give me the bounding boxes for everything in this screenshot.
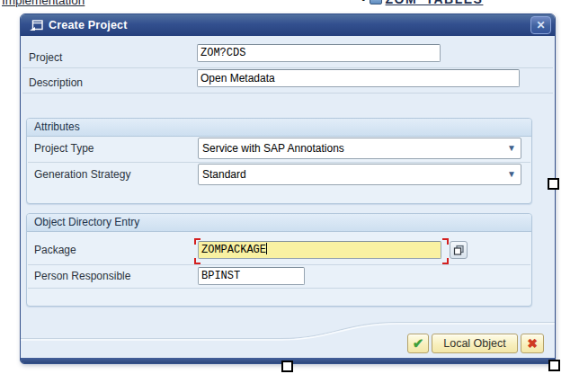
description-label: Description [29,76,83,89]
project-type-dropdown[interactable]: Service with SAP Annotations ▼ [198,138,521,159]
modal-dialog-icon [29,20,43,31]
object-directory-group-header: Object Directory Entry [27,214,531,232]
chevron-down-icon: ▼ [507,165,516,184]
confirm-button[interactable]: ✔ [407,334,429,353]
description-input[interactable]: Open Metadata [197,69,520,87]
bullet-icon: • [361,0,366,6]
background-app-strip: Implementation • ZOM_TABLES [0,0,588,13]
background-tree-item-implementation: Implementation [2,0,85,7]
selection-handle-right[interactable] [548,178,559,190]
project-type-label: Project Type [34,142,94,155]
project-input[interactable]: ZOM?CDS [197,44,441,62]
background-tree-item-zom-tables: • ZOM_TABLES [361,0,483,6]
close-button[interactable]: ✕ [530,16,551,34]
focus-corner-bottom-right [442,258,449,264]
project-label: Project [29,51,62,64]
project-type-value: Service with SAP Annotations [202,142,344,155]
value-help-icon [453,245,465,256]
text-cursor [266,243,267,254]
selection-handle-bottom-right[interactable] [548,360,560,371]
local-object-button[interactable]: Local Object [432,334,518,353]
create-project-dialog: Create Project ✕ Project ZOM?CDS Descrip… [20,13,556,364]
row-divider [22,93,553,94]
focus-corner-top-right [442,238,449,245]
dialog-titlebar[interactable]: Create Project ✕ [21,14,555,36]
local-object-label: Local Object [443,337,505,350]
cancel-button[interactable]: ✖ [521,334,544,353]
generation-strategy-value: Standard [202,168,246,181]
package-input[interactable]: ZOMPACKAGE [198,241,441,259]
focus-corner-bottom-left [194,258,200,264]
package-label: Package [34,244,76,256]
focus-corner-top-left [194,238,200,245]
selection-handle-bottom[interactable] [281,361,293,372]
package-value: ZOMPACKAGE [201,244,266,256]
row-divider [28,162,530,163]
generation-strategy-dropdown[interactable]: Standard ▼ [198,164,521,185]
person-responsible-input[interactable]: BPINST [198,267,305,285]
row-divider [28,288,530,289]
object-directory-group: Object Directory Entry Package ZOMPACKAG… [26,213,532,307]
value-help-button[interactable] [450,241,468,259]
background-tree-item-label: ZOM_TABLES [386,0,484,6]
row-divider [28,264,530,265]
check-icon: ✔ [413,335,424,352]
attributes-group: Attributes Project Type Service with SAP… [26,118,532,204]
chevron-down-icon: ▼ [507,138,516,158]
person-responsible-label: Person Responsible [34,270,130,282]
row-divider [22,67,553,68]
generation-strategy-label: Generation Strategy [34,168,130,181]
attributes-group-header: Attributes [27,119,531,137]
table-icon [370,0,382,4]
dialog-title: Create Project [49,19,128,31]
cancel-x-icon: ✖ [527,336,538,351]
